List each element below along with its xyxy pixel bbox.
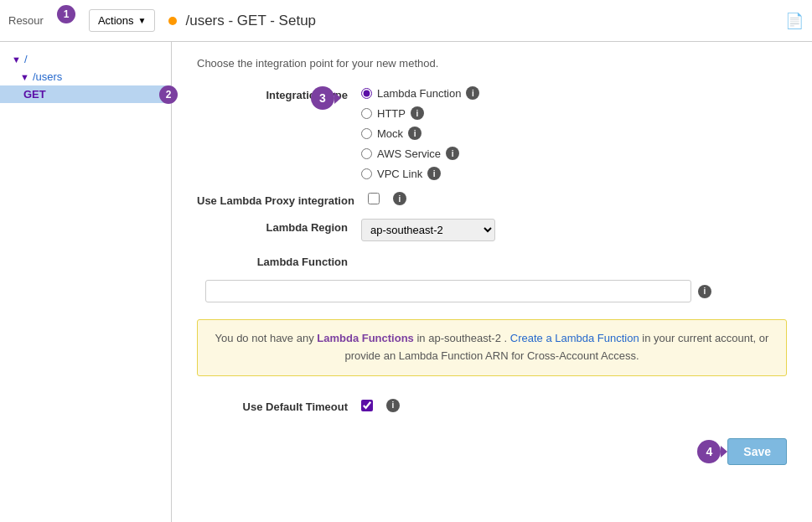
radio-mock[interactable]: Mock i [361,127,787,140]
sidebar-item-users[interactable]: ▼ /users [0,68,171,85]
radio-mock-label: Mock [377,127,403,140]
doc-icon[interactable]: 📄 [785,12,804,30]
lambda-info-icon[interactable]: i [466,86,479,100]
root-label: / [24,53,28,65]
arrow-icon: ▼ [12,54,21,65]
users-label: /users [33,70,62,83]
radio-lambda-input[interactable] [361,88,372,99]
radio-http-label: HTTP [377,107,406,120]
badge-4: 4 [697,440,721,463]
radio-lambda-label: Lambda Function [377,87,461,100]
lambda-input-row: i [197,280,787,302]
create-lambda-link[interactable]: Create a Lambda Function [510,332,639,344]
lambda-region-value: ap-southeast-2 us-east-1 us-east-2 us-we… [361,219,787,241]
radio-aws-service[interactable]: AWS Service i [361,147,787,160]
integration-type-row: Integration type 3 Lambda Function i HTT… [197,86,787,180]
save-button[interactable]: Save [727,438,787,465]
lambda-proxy-row: Use Lambda Proxy integration i [197,192,787,207]
warning-text-3: . [504,332,510,344]
lambda-function-input[interactable] [205,280,691,302]
default-timeout-info-icon[interactable]: i [386,399,400,412]
warning-bold-2: ap-southeast-2 [428,332,501,344]
lambda-proxy-value: i [368,192,406,205]
page-title: /users - GET - Setup [168,13,316,29]
lambda-function-info-icon[interactable]: i [698,285,711,298]
lambda-proxy-label: Use Lambda Proxy integration [197,192,354,207]
get-label: GET [23,88,46,101]
warning-text-1: You do not have any [215,332,318,344]
lambda-region-row: Lambda Region ap-southeast-2 us-east-1 u… [197,219,787,241]
top-bar: Resour 1 Actions ▼ /users - GET - Setup … [0,0,812,42]
radio-aws-label: AWS Service [377,147,441,160]
lambda-function-row: Lambda Function [197,253,787,268]
badge-1: 1 [57,5,75,23]
radio-vpc-input[interactable] [361,168,372,179]
radio-mock-input[interactable] [361,128,372,139]
lambda-proxy-checkbox[interactable] [368,193,380,204]
sidebar-item-get[interactable]: GET 2 [0,85,171,103]
default-timeout-checkbox[interactable] [361,400,373,411]
default-timeout-label: Use Default Timeout [197,398,348,413]
lambda-proxy-info-icon[interactable]: i [393,192,406,205]
subtitle: Choose the integration point for your ne… [197,57,787,70]
arrow-icon-users: ▼ [20,72,29,82]
form-section: Integration type 3 Lambda Function i HTT… [197,86,787,465]
vpc-info-icon[interactable]: i [427,167,441,180]
default-timeout-row: Use Default Timeout i [197,398,787,413]
warning-text-2: in [416,332,428,344]
actions-label: Actions [98,14,134,27]
lambda-region-select[interactable]: ap-southeast-2 us-east-1 us-east-2 us-we… [361,219,495,241]
warning-box: You do not have any Lambda Functions in … [197,319,787,376]
main-content: Choose the integration point for your ne… [172,42,812,522]
radio-aws-input[interactable] [361,148,372,159]
lambda-function-label: Lambda Function [197,253,348,268]
save-row: 4 Save [197,438,787,465]
badge-2: 2 [159,85,178,104]
mock-info-icon[interactable]: i [408,127,422,140]
radio-http-input[interactable] [361,108,372,119]
page-title-text: /users - GET - Setup [185,13,316,29]
http-info-icon[interactable]: i [411,106,424,120]
lambda-region-label: Lambda Region [197,219,348,234]
badge-3: 3 [311,86,334,110]
actions-button[interactable]: Actions ▼ [89,9,156,32]
sidebar: ▼ / ▼ /users GET 2 [0,42,172,522]
default-timeout-value: i [361,399,400,412]
main-layout: ▼ / ▼ /users GET 2 Choose the integratio… [0,42,812,522]
integration-type-value: 3 Lambda Function i HTTP i [361,86,787,180]
integration-radio-group: Lambda Function i HTTP i Mock i [361,86,787,180]
caret-icon: ▼ [138,16,147,25]
radio-http[interactable]: HTTP i [361,106,787,120]
radio-vpc-link[interactable]: VPC Link i [361,167,787,180]
resource-label: Resour [8,14,44,27]
sidebar-item-root[interactable]: ▼ / [0,50,171,68]
radio-vpc-label: VPC Link [377,168,422,180]
aws-info-icon[interactable]: i [446,147,459,160]
status-dot [168,17,177,25]
warning-bold-1: Lambda Functions [317,332,414,344]
radio-lambda[interactable]: Lambda Function i [361,86,787,100]
